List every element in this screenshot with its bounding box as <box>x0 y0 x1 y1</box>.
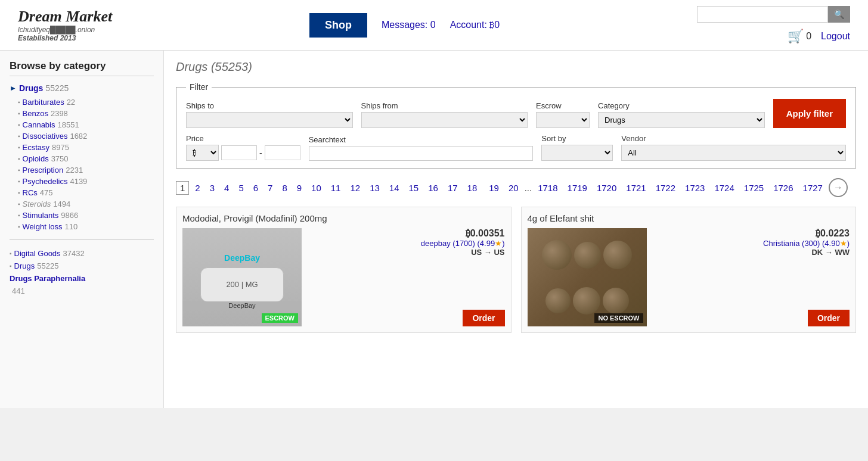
sortby-select[interactable] <box>541 145 613 161</box>
page-5[interactable]: 5 <box>235 182 247 194</box>
page-1719[interactable]: 1719 <box>564 182 591 194</box>
barbiturates-link[interactable]: Barbiturates <box>23 98 64 107</box>
page-3[interactable]: 3 <box>206 182 218 194</box>
page-1722[interactable]: 1722 <box>652 182 679 194</box>
searchtext-input[interactable] <box>309 146 534 161</box>
list-item[interactable]: ▪ Stimulants 9866 <box>18 210 154 221</box>
page-1726[interactable]: 1726 <box>770 182 796 194</box>
account-link[interactable]: Account: ₿0 <box>450 20 500 30</box>
shop-button[interactable]: Shop <box>309 13 367 38</box>
ships-to-select[interactable] <box>186 112 353 128</box>
page-1724[interactable]: 1724 <box>711 182 737 194</box>
page-15[interactable]: 15 <box>405 182 423 194</box>
price-group: Price ₿ - <box>186 134 300 161</box>
list-item[interactable]: ▪ Barbiturates 22 <box>18 96 154 108</box>
ecstasy-link[interactable]: Ecstasy <box>23 143 50 152</box>
list-item[interactable]: ▪ RCs 475 <box>18 187 154 198</box>
bullet-icon: ▪ <box>18 155 20 162</box>
category-select[interactable]: Drugs <box>598 112 765 128</box>
messages-link[interactable]: Messages: 0 <box>382 20 436 30</box>
opioids-link[interactable]: Opioids <box>23 154 49 163</box>
ships-to-label: Ships to <box>186 101 353 110</box>
steroids-link[interactable]: Steroids <box>23 200 51 208</box>
page-1721[interactable]: 1721 <box>622 182 649 194</box>
list-item[interactable]: ▪ Psychedelics 4139 <box>18 176 154 187</box>
escrow-select[interactable] <box>536 112 590 128</box>
list-item[interactable]: ▪ Benzos 2398 <box>18 108 154 119</box>
page-13[interactable]: 13 <box>366 182 383 194</box>
dissociatives-link[interactable]: Dissociatives <box>23 132 68 141</box>
cart-count: 0 <box>806 31 811 42</box>
page-19[interactable]: 19 <box>485 182 503 194</box>
sortby-label: Sort by <box>541 134 613 143</box>
list-item[interactable]: ▪ Ecstasy 8975 <box>18 142 154 153</box>
rcs-count: 475 <box>40 188 53 197</box>
list-item[interactable]: ▪ Digital Goods 37432 <box>10 247 154 260</box>
product-vendor-2: Christiania (300) (4.90★) <box>763 239 850 248</box>
list-item[interactable]: Drugs Paraphernalia <box>10 272 154 285</box>
list-item[interactable]: ▪ Weight loss 110 <box>18 221 154 232</box>
header: Dream Market lchudifyeq█████.onion Estab… <box>0 0 868 51</box>
page-1725[interactable]: 1725 <box>740 182 767 194</box>
list-item[interactable]: ▪ Opioids 3750 <box>18 153 154 164</box>
page-20[interactable]: 20 <box>505 182 522 194</box>
category-label: Category <box>598 101 765 110</box>
list-item[interactable]: ▪ Drugs 55225 <box>10 260 154 272</box>
rcs-link[interactable]: RCs <box>23 188 38 197</box>
page-12[interactable]: 12 <box>346 182 364 194</box>
page-1720[interactable]: 1720 <box>593 182 620 194</box>
product-body-2: NO ESCROW ₿0.0223 Christiania (300) (4.9… <box>528 228 850 326</box>
page-9[interactable]: 9 <box>293 182 305 194</box>
search-button[interactable]: 🔍 <box>828 6 850 23</box>
bullet-icon: ▪ <box>18 189 20 196</box>
price-max-input[interactable] <box>265 145 300 160</box>
product-card-1: Mododial, Provigil (Modafinil) 200mg Dee… <box>176 207 512 333</box>
cannabis-link[interactable]: Cannabis <box>23 120 55 129</box>
ships-from-select[interactable] <box>361 112 528 128</box>
list-item[interactable]: ▪ Dissociatives 1682 <box>18 130 154 142</box>
weight-loss-link[interactable]: Weight loss <box>23 222 63 231</box>
page-1718[interactable]: 1718 <box>534 182 561 194</box>
apply-filter-button[interactable]: Apply filter <box>773 99 846 128</box>
stimulants-link[interactable]: Stimulants <box>23 211 59 220</box>
page-11[interactable]: 11 <box>327 182 345 194</box>
page-1723[interactable]: 1723 <box>681 182 708 194</box>
page-6[interactable]: 6 <box>250 182 262 194</box>
list-item[interactable]: ▪ Prescription 2231 <box>18 164 154 176</box>
psychedelics-link[interactable]: Psychedelics <box>23 177 68 186</box>
page-next-button[interactable]: → <box>829 178 848 197</box>
prescription-link[interactable]: Prescription <box>23 166 64 175</box>
arrow-icon: ► <box>10 84 17 92</box>
order-button-1[interactable]: Order <box>463 310 504 326</box>
search-input[interactable] <box>697 6 828 23</box>
page-7[interactable]: 7 <box>264 182 276 194</box>
page-14[interactable]: 14 <box>386 182 403 194</box>
list-item[interactable]: ▪ Steroids 1494 <box>18 198 154 210</box>
page-16[interactable]: 16 <box>424 182 442 194</box>
page-18[interactable]: 18 <box>464 182 481 194</box>
product-vendor-1: deepbay (1700) (4.99★) <box>421 239 505 248</box>
page-8[interactable]: 8 <box>278 182 290 194</box>
order-button-2[interactable]: Order <box>808 310 850 326</box>
price-inputs: ₿ - <box>186 145 300 161</box>
list-item[interactable]: ▪ Cannabis 18551 <box>18 119 154 130</box>
vendor-select[interactable]: All <box>621 145 846 161</box>
sidebar-item-drugs-main[interactable]: ► Drugs 55225 <box>10 83 154 93</box>
logout-link[interactable]: Logout <box>821 31 850 42</box>
drugs-paraphernalia-link[interactable]: Drugs Paraphernalia <box>10 274 85 283</box>
page-17[interactable]: 17 <box>444 182 461 194</box>
price-currency-select[interactable]: ₿ <box>186 145 219 161</box>
page-4[interactable]: 4 <box>221 182 232 194</box>
benzos-link[interactable]: Benzos <box>23 109 48 118</box>
digital-goods-link[interactable]: Digital Goods <box>14 249 61 258</box>
price-min-input[interactable] <box>221 145 257 160</box>
cart[interactable]: 🛒 0 <box>788 29 811 44</box>
page-2[interactable]: 2 <box>191 182 203 194</box>
page-1[interactable]: 1 <box>176 181 189 195</box>
drugs-bottom-link[interactable]: Drugs <box>14 261 35 270</box>
page-1727[interactable]: 1727 <box>799 182 826 194</box>
list-item[interactable]: 441 <box>10 285 154 297</box>
page-10[interactable]: 10 <box>308 182 325 194</box>
price-label: Price <box>186 134 300 143</box>
deepbay-label: DeepBay <box>182 301 302 310</box>
